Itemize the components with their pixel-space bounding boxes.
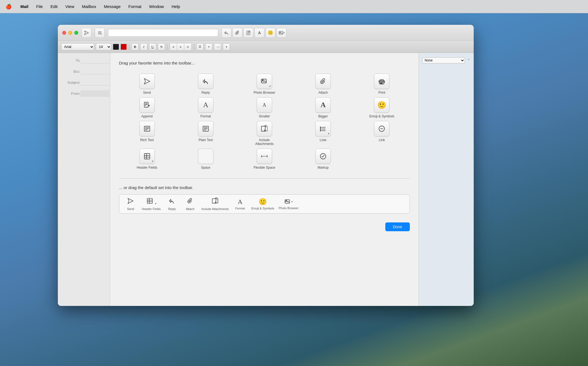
title-bar: A 🙂 ▾: [58, 25, 474, 41]
link-label: Link: [379, 138, 385, 142]
maximize-button[interactable]: [74, 31, 78, 35]
default-attach[interactable]: Attach: [183, 197, 197, 211]
append-label: Append: [141, 114, 153, 118]
toolbar-item-header-fields[interactable]: ▾ Header Fields: [119, 149, 175, 169]
menu-view[interactable]: View: [65, 4, 74, 9]
list-dropdown-btn[interactable]: ▾: [205, 43, 212, 50]
toolbar-item-attach[interactable]: Attach: [295, 74, 351, 95]
default-format[interactable]: A Format: [233, 198, 247, 210]
compose-sidebar: To: Bcc: Subject: From:: [58, 53, 110, 306]
default-reply[interactable]: Reply: [165, 197, 179, 211]
format-divider-3: [194, 44, 194, 50]
toolbar-item-photo-browser[interactable]: ▾ Photo Browser: [236, 74, 292, 95]
toolbar-item-send[interactable]: Send: [119, 74, 175, 95]
default-emoji[interactable]: 🙂 Emoji & Symbols: [251, 198, 274, 210]
bold-btn[interactable]: B: [131, 43, 139, 50]
toolbar-item-bigger[interactable]: A Bigger: [295, 97, 351, 118]
menu-mailbox[interactable]: Mailbox: [82, 4, 96, 9]
menu-window[interactable]: Window: [149, 4, 164, 9]
indent-dropdown-btn[interactable]: ▾: [223, 43, 230, 50]
space-label: Space: [201, 166, 210, 169]
align-center-btn[interactable]: ≡: [177, 43, 184, 50]
highlight-color-swatch[interactable]: [121, 44, 127, 50]
from-select[interactable]: None: [422, 57, 465, 63]
menu-file[interactable]: File: [36, 4, 43, 9]
from-field-row: From:: [61, 90, 107, 96]
traffic-lights: [62, 31, 78, 35]
include-attachments-label: IncludeAttachments: [255, 138, 274, 146]
default-photo-browser-label: Photo Browser: [279, 206, 299, 210]
toolbar-item-print[interactable]: Print: [354, 74, 410, 95]
bcc-label: Bcc:: [61, 69, 80, 74]
header-fields-icon: ▾: [139, 149, 155, 164]
menubar: 🍎 Mail File Edit View Mailbox Message Fo…: [0, 0, 588, 13]
menu-format[interactable]: Format: [128, 4, 142, 9]
indent-btn[interactable]: →|: [214, 43, 221, 50]
reply-label: Reply: [201, 91, 210, 95]
markup-label: Markup: [318, 166, 329, 169]
lists-label: Lists: [320, 138, 327, 142]
toolbar-item-include-attachments[interactable]: IncludeAttachments: [236, 121, 292, 146]
toolbar-item-emoji[interactable]: 🙂 Emoji & Symbols: [354, 97, 410, 118]
drag-default-instruction: ... or drag the default set into the too…: [110, 183, 419, 194]
list-toolbar-btn[interactable]: [95, 28, 105, 38]
menu-help[interactable]: Help: [172, 4, 180, 9]
default-include-attach-label: Include Attachments: [201, 207, 229, 211]
font-size-select[interactable]: 14: [96, 43, 111, 50]
default-header-fields[interactable]: ▾ Header Fields: [142, 197, 161, 211]
minimize-button[interactable]: [68, 31, 72, 35]
font-toolbar-btn[interactable]: A: [254, 28, 264, 38]
menu-mail[interactable]: Mail: [20, 4, 28, 9]
toolbar-item-markup[interactable]: Markup: [295, 149, 351, 169]
from-label: From:: [61, 92, 80, 96]
close-button[interactable]: [62, 31, 66, 35]
right-toolbar-group: A 🙂 ▾: [221, 28, 286, 38]
toolbar-item-format[interactable]: A Format: [178, 97, 234, 118]
search-input[interactable]: [108, 29, 218, 37]
header-fields-label: Header Fields: [137, 166, 157, 169]
default-emoji-label: Emoji & Symbols: [251, 207, 274, 210]
svg-rect-40: [147, 198, 152, 204]
align-left-btn[interactable]: ≡: [170, 43, 177, 50]
bigger-label: Bigger: [318, 114, 328, 118]
apple-menu[interactable]: 🍎: [6, 4, 12, 10]
font-name-select[interactable]: Arial: [61, 43, 94, 50]
toolbar-item-link[interactable]: Link: [354, 121, 410, 146]
svg-point-25: [320, 129, 321, 130]
underline-btn[interactable]: U: [149, 43, 156, 50]
menu-message[interactable]: Message: [104, 4, 121, 9]
reply-toolbar-btn[interactable]: [221, 28, 231, 38]
toolbar-item-reply[interactable]: Reply: [178, 74, 234, 95]
toolbar-item-append[interactable]: Append: [119, 97, 175, 118]
clip-toolbar-btn[interactable]: [243, 28, 253, 38]
photo-toolbar-btn[interactable]: ▾: [277, 28, 286, 38]
default-send[interactable]: Send: [124, 197, 137, 211]
toolbar-item-lists[interactable]: ▾ Lists: [295, 121, 351, 146]
menu-edit[interactable]: Edit: [50, 4, 58, 9]
toolbar-item-flexible-space[interactable]: Flexible Space: [236, 149, 292, 169]
right-panel: None ⌃: [419, 53, 474, 306]
align-group: ≡ ≡ ≡: [170, 43, 192, 51]
toolbar-item-smaller[interactable]: A Smaller: [236, 97, 292, 118]
attach-toolbar-btn[interactable]: [232, 28, 242, 38]
default-toolbar-preview[interactable]: Send ▾ Header Fields: [119, 194, 410, 214]
align-right-btn[interactable]: ≡: [184, 43, 191, 50]
list-btn[interactable]: ☰: [196, 43, 204, 50]
send-label: Send: [143, 91, 151, 95]
plain-text-label: Plain Text: [199, 138, 213, 142]
toolbar-item-space[interactable]: Space: [178, 149, 234, 169]
default-photo-browser[interactable]: ▾ Photo Browser: [279, 198, 299, 210]
default-include-attachments[interactable]: Include Attachments: [201, 197, 229, 211]
toolbar-item-rich-text[interactable]: Rich Text: [119, 121, 175, 146]
text-color-swatch[interactable]: [113, 44, 119, 50]
done-button[interactable]: Done: [385, 222, 410, 231]
toolbar-item-plain-text[interactable]: Plain Text: [178, 121, 234, 146]
send-toolbar-btn[interactable]: [82, 28, 91, 38]
italic-btn[interactable]: I: [140, 43, 147, 50]
emoji-toolbar-btn[interactable]: 🙂: [265, 28, 275, 38]
strikethrough-btn[interactable]: S: [158, 43, 165, 50]
attach-icon: [315, 74, 331, 89]
format-icon: A: [198, 97, 213, 113]
send-icon: [139, 74, 155, 89]
flexible-space-icon: [257, 149, 272, 164]
